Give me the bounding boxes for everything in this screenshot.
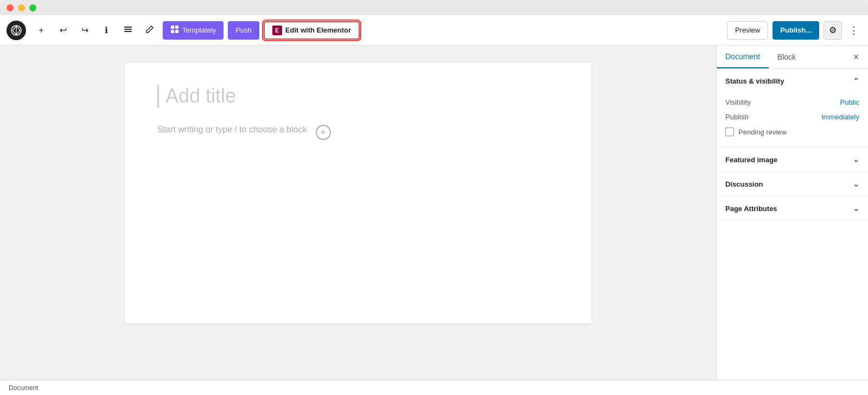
push-button[interactable]: Push xyxy=(228,21,259,40)
redo-icon: ↪ xyxy=(81,25,88,35)
info-button[interactable]: ℹ xyxy=(98,22,115,39)
featured-image-header[interactable]: Featured image ⌄ xyxy=(717,148,868,171)
page-attributes-section: Page Attributes ⌄ xyxy=(717,196,868,221)
editor-area: Start writing or type / to choose a bloc… xyxy=(0,46,716,380)
chevron-down-attributes-icon: ⌄ xyxy=(853,204,859,213)
right-sidebar: Document Block × Status & visibility ⌃ V… xyxy=(716,46,868,380)
publish-label: Publish... xyxy=(780,26,812,34)
pending-review-label: Pending review xyxy=(738,128,787,136)
svg-rect-2 xyxy=(124,27,132,28)
content-placeholder-text: Start writing or type / to choose a bloc… xyxy=(157,125,307,135)
plus-icon: + xyxy=(320,127,326,138)
add-block-toolbar-button[interactable]: + xyxy=(33,22,50,39)
more-icon: ⋮ xyxy=(849,24,859,36)
list-view-button[interactable] xyxy=(119,22,137,39)
edit-icon-button[interactable] xyxy=(141,22,158,39)
pending-review-checkbox[interactable] xyxy=(725,128,734,136)
page-attributes-title: Page Attributes xyxy=(725,205,777,213)
svg-rect-5 xyxy=(171,26,174,29)
info-icon: ℹ xyxy=(105,25,108,35)
featured-image-section: Featured image ⌄ xyxy=(717,148,868,172)
chevron-down-discussion-icon: ⌄ xyxy=(853,180,859,188)
chevron-up-icon: ⌃ xyxy=(853,77,859,85)
close-icon: × xyxy=(853,52,859,63)
publish-row-label: Publish xyxy=(725,113,749,121)
sidebar-tabs: Document Block × xyxy=(717,46,868,69)
gear-icon: ⚙ xyxy=(829,25,837,35)
post-title-input[interactable] xyxy=(157,85,559,107)
visibility-value[interactable]: Public xyxy=(840,98,859,106)
add-block-inline-button[interactable]: + xyxy=(316,125,331,140)
status-visibility-header[interactable]: Status & visibility ⌃ xyxy=(717,69,868,93)
publish-row: Publish Immediately xyxy=(725,110,859,124)
editor-canvas: Start writing or type / to choose a bloc… xyxy=(125,63,591,323)
svg-rect-7 xyxy=(171,30,174,33)
more-options-button[interactable]: ⋮ xyxy=(846,21,861,40)
discussion-title: Discussion xyxy=(725,180,763,188)
discussion-header[interactable]: Discussion ⌄ xyxy=(717,172,868,196)
templately-button[interactable]: Templately xyxy=(163,21,224,40)
push-label: Push xyxy=(235,26,252,34)
status-visibility-title: Status & visibility xyxy=(725,77,784,85)
statusbar-text: Document xyxy=(9,384,39,392)
pencil-icon xyxy=(145,25,154,36)
undo-icon: ↩ xyxy=(60,25,67,35)
tab-document[interactable]: Document xyxy=(717,46,769,68)
templately-label: Templately xyxy=(182,26,216,34)
wp-logo-icon xyxy=(7,21,26,40)
status-visibility-section: Status & visibility ⌃ Visibility Public … xyxy=(717,69,868,148)
publish-button[interactable]: Publish... xyxy=(773,21,819,40)
list-icon xyxy=(123,24,133,36)
tab-block[interactable]: Block xyxy=(769,46,805,68)
svg-rect-8 xyxy=(175,30,178,33)
undo-button[interactable]: ↩ xyxy=(54,22,72,39)
pending-review-row: Pending review xyxy=(725,124,859,139)
visibility-label: Visibility xyxy=(725,98,751,106)
elementor-icon: E xyxy=(272,26,282,35)
svg-rect-3 xyxy=(124,29,132,30)
edit-with-elementor-button[interactable]: E Edit with Elementor xyxy=(264,21,360,40)
svg-rect-6 xyxy=(175,26,178,29)
redo-button[interactable]: ↪ xyxy=(76,22,93,39)
svg-rect-4 xyxy=(124,31,132,32)
close-traffic-light[interactable] xyxy=(7,4,14,11)
status-visibility-body: Visibility Public Publish Immediately Pe… xyxy=(717,93,868,147)
templately-icon xyxy=(170,25,179,35)
discussion-section: Discussion ⌄ xyxy=(717,172,868,196)
statusbar: Document xyxy=(0,380,868,395)
window-chrome xyxy=(0,0,868,15)
main-layout: Start writing or type / to choose a bloc… xyxy=(0,46,868,380)
main-toolbar: + ↩ ↪ ℹ xyxy=(0,15,868,46)
featured-image-title: Featured image xyxy=(725,156,777,164)
preview-button[interactable]: Preview xyxy=(727,21,768,40)
content-area: Start writing or type / to choose a bloc… xyxy=(157,125,559,140)
chevron-down-icon: ⌄ xyxy=(853,155,859,164)
minimize-traffic-light[interactable] xyxy=(18,4,25,11)
elementor-label: Edit with Elementor xyxy=(285,26,351,34)
visibility-row: Visibility Public xyxy=(725,95,859,110)
publish-row-value[interactable]: Immediately xyxy=(821,113,859,121)
settings-button[interactable]: ⚙ xyxy=(824,21,842,40)
preview-label: Preview xyxy=(735,26,760,34)
fullscreen-traffic-light[interactable] xyxy=(29,4,36,11)
sidebar-close-button[interactable]: × xyxy=(848,49,864,65)
page-attributes-header[interactable]: Page Attributes ⌄ xyxy=(717,196,868,220)
add-icon: + xyxy=(39,26,43,35)
